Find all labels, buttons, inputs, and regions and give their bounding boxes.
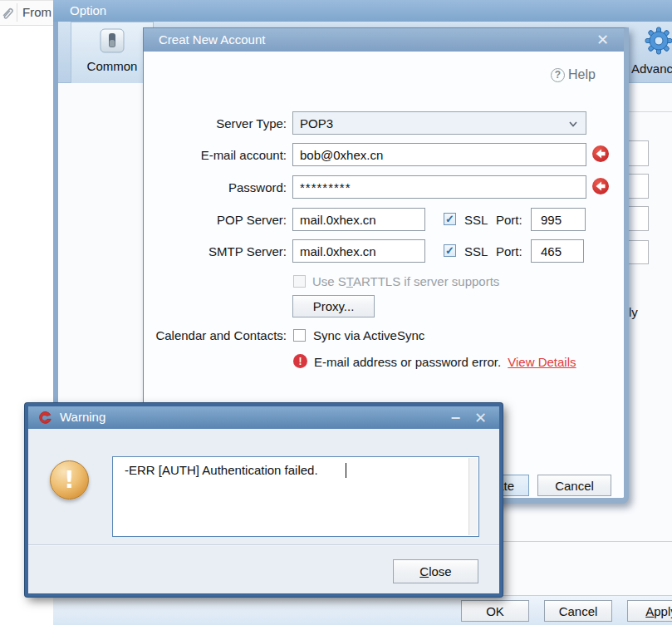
option-titlebar[interactable]: Option <box>53 0 672 22</box>
error-arrow-icon <box>591 145 610 166</box>
smtp-server-field[interactable] <box>292 239 425 263</box>
activesync-label: Sync via ActiveSync <box>313 328 424 342</box>
email-label: E-mail account: <box>144 148 287 162</box>
warning-close-button[interactable]: Close <box>393 559 478 583</box>
server-type-label: Server Type: <box>144 116 287 130</box>
cancel-button[interactable]: Cancel <box>544 600 612 622</box>
warning-footer-separator <box>28 544 499 546</box>
server-type-select[interactable]: POP3 <box>292 111 586 135</box>
tab-common[interactable]: Common <box>71 22 154 83</box>
foxmail-logo-icon <box>38 411 52 428</box>
dialog-cancel-button-label: Cancel <box>555 479 594 493</box>
dialog-cancel-button[interactable]: Cancel <box>537 475 611 496</box>
pop-ssl-label: SSL <box>464 213 488 227</box>
error-exclamation-icon: ! <box>293 354 307 368</box>
close-icon[interactable]: ✕ <box>474 409 487 427</box>
tab-common-label: Common <box>71 59 153 73</box>
minimize-icon[interactable]: – <box>451 407 460 426</box>
background-field[interactable] <box>626 140 649 166</box>
scrollbar[interactable] <box>468 458 478 535</box>
text-cursor <box>346 463 346 478</box>
help-label: Help <box>568 67 596 82</box>
option-footer: OK Cancel Apply <box>53 595 672 625</box>
pop-ssl-checkbox[interactable]: ✓ <box>444 213 456 225</box>
background-field[interactable] <box>626 174 649 199</box>
starttls-checkbox[interactable] <box>293 275 306 288</box>
server-type-value: POP3 <box>300 116 333 130</box>
warning-message-box[interactable]: -ERR [AUTH] Authentication failed. <box>112 456 479 537</box>
background-field[interactable] <box>626 240 649 264</box>
proxy-button-label: Proxy... <box>313 299 355 313</box>
warning-exclamation-icon: ! <box>50 460 89 500</box>
from-column-header[interactable]: From <box>22 5 52 19</box>
warning-title: Warning <box>60 410 105 424</box>
help-link[interactable]: ? Help <box>551 67 596 82</box>
create-account-titlebar[interactable]: Creat New Account ✕ <box>144 28 624 52</box>
apply-button-label: Apply <box>645 604 672 618</box>
warning-message: -ERR [AUTH] Authentication failed. <box>125 463 318 477</box>
starttls-label: Use STARTTLS if server supports <box>312 274 499 288</box>
pop-port-field[interactable] <box>531 208 586 231</box>
proxy-button[interactable]: Proxy... <box>292 295 375 317</box>
warning-body: ! -ERR [AUTH] Authentication failed. Clo… <box>28 429 499 593</box>
cancel-button-label: Cancel <box>559 604 598 618</box>
help-icon: ? <box>551 68 565 82</box>
tab-advanced[interactable]: Advanc <box>628 22 672 83</box>
paperclip-icon[interactable] <box>1 6 14 24</box>
apply-button[interactable]: Apply <box>627 600 672 622</box>
warning-titlebar[interactable]: Warning – ✕ <box>28 406 499 429</box>
smtp-server-label: SMTP Server: <box>144 244 287 258</box>
background-text-fragment: ly <box>629 305 638 319</box>
pop-server-label: POP Server: <box>144 213 287 227</box>
error-message: E-mail address or password error. View D… <box>314 355 576 369</box>
warning-close-button-label: Close <box>419 564 451 578</box>
password-label: Password: <box>144 180 287 194</box>
chevron-down-icon <box>569 116 577 130</box>
smtp-port-label: Port: <box>496 244 522 258</box>
switch-icon <box>100 28 125 57</box>
column-separator <box>17 3 17 22</box>
tab-advanced-label: Advanc <box>631 62 672 76</box>
ok-button[interactable]: OK <box>461 600 529 622</box>
option-content-divider-top <box>625 111 672 112</box>
create-account-title: Creat New Account <box>159 32 265 47</box>
ok-button-label: OK <box>486 604 504 618</box>
background-field[interactable] <box>626 206 649 231</box>
screen: From Option Common <box>0 0 672 625</box>
option-window-title: Option <box>70 3 106 17</box>
view-details-link[interactable]: View Details <box>508 355 576 369</box>
close-icon[interactable]: ✕ <box>596 31 609 49</box>
calendar-contacts-label: Calendar and Contacts: <box>144 328 287 342</box>
activesync-checkbox[interactable] <box>293 329 306 342</box>
smtp-ssl-label: SSL <box>464 244 488 258</box>
password-field[interactable] <box>292 175 586 199</box>
error-arrow-icon <box>591 177 610 199</box>
email-field[interactable] <box>292 143 586 166</box>
warning-dialog: Warning – ✕ ! -ERR [AUTH] Authentication… <box>25 403 503 597</box>
pop-port-label: Port: <box>496 213 522 227</box>
pop-server-field[interactable] <box>292 208 425 231</box>
smtp-port-field[interactable] <box>531 239 584 263</box>
mail-list-header: From <box>0 0 53 26</box>
smtp-ssl-checkbox[interactable]: ✓ <box>444 244 456 257</box>
gear-icon <box>645 27 672 58</box>
